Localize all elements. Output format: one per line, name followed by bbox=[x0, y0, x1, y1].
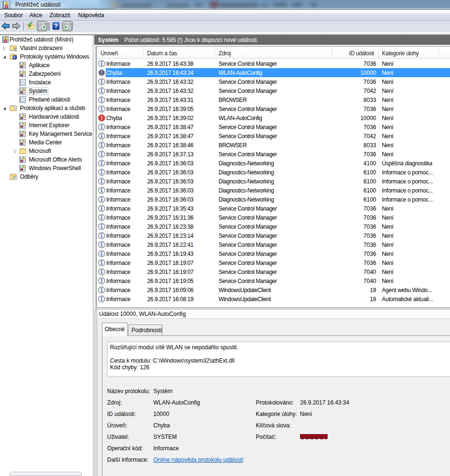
svg-text:?: ? bbox=[54, 23, 58, 30]
